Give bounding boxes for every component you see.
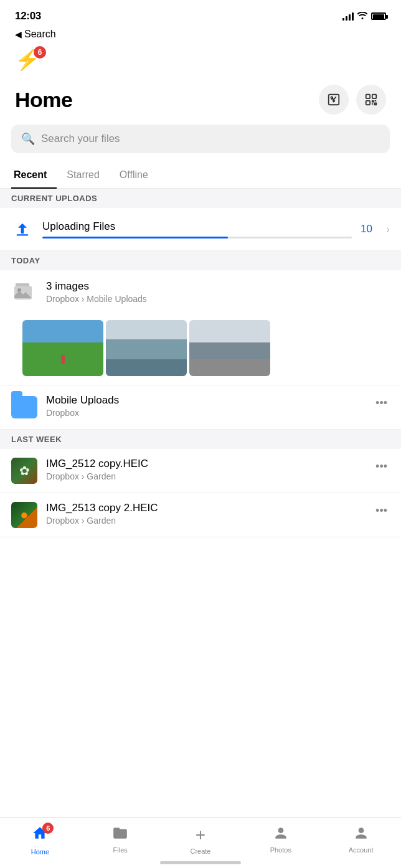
nav-create[interactable]: + Create: [161, 823, 241, 856]
notification-badge: 6: [34, 46, 46, 59]
svg-rect-3: [372, 95, 376, 98]
folder-icon-area: [11, 394, 37, 420]
files-nav-label: Files: [113, 846, 128, 854]
more-options-icon[interactable]: •••: [373, 394, 390, 412]
status-icons: [342, 11, 386, 21]
photos-nav-icon: [273, 825, 289, 844]
search-bar[interactable]: 🔍 Search your files: [11, 125, 390, 153]
file-thumb-area-2: [11, 502, 37, 528]
status-time: 12:03: [15, 10, 41, 22]
lightning-badge[interactable]: ⚡ 6: [15, 50, 40, 70]
upload-icon: [11, 218, 34, 240]
signal-icon: [342, 12, 354, 21]
upload-title: Uploading Files: [42, 220, 352, 233]
folder-path: Dropbox: [46, 408, 364, 418]
svg-point-9: [358, 828, 364, 833]
upload-count: 10: [361, 223, 372, 235]
folder-item-mobile-uploads[interactable]: Mobile Uploads Dropbox •••: [0, 385, 401, 430]
notification-area[interactable]: ⚡ 6: [0, 45, 401, 80]
chevron-right-icon: ›: [386, 223, 390, 236]
thumb-orange-flower: [11, 502, 37, 528]
images-path: Dropbox › Mobile Uploads: [46, 294, 390, 304]
wifi-icon: [357, 11, 367, 21]
section-current-uploads: CURRENT UPLOADS: [0, 189, 401, 208]
home-nav-label: Home: [31, 848, 49, 856]
images-group-item[interactable]: 3 images Dropbox › Mobile Uploads: [0, 270, 401, 385]
section-last-week: LAST WEEK: [0, 430, 401, 449]
svg-rect-4: [366, 101, 370, 105]
file-name-img2512: IMG_2512 copy.HEIC: [46, 458, 364, 470]
thumb-rocks[interactable]: [189, 320, 270, 376]
home-nav-badge: 6: [42, 823, 54, 834]
section-today: TODAY: [0, 251, 401, 270]
file-path-img2512: Dropbox › Garden: [46, 471, 364, 481]
back-nav[interactable]: ◀ Search: [0, 27, 401, 45]
photos-nav-label: Photos: [270, 846, 291, 854]
account-nav-label: Account: [349, 846, 374, 854]
search-input[interactable]: Search your files: [41, 133, 120, 145]
images-icon: [11, 279, 37, 305]
back-label: Search: [24, 29, 56, 40]
folder-icon: [11, 396, 37, 418]
upload-progress-fill: [42, 237, 228, 238]
status-bar: 12:03: [0, 0, 401, 27]
create-nav-icon: +: [196, 825, 205, 845]
upload-photo-button[interactable]: [319, 85, 349, 115]
more-options-icon-2512[interactable]: •••: [373, 458, 390, 476]
file-info-img2513: IMG_2513 copy 2.HEIC Dropbox › Garden: [46, 502, 364, 526]
more-options-icon-2513[interactable]: •••: [373, 502, 390, 520]
folder-info: Mobile Uploads Dropbox: [46, 394, 364, 418]
tabs: Recent Starred Offline: [0, 163, 401, 189]
svg-rect-5: [17, 234, 29, 235]
svg-point-1: [331, 97, 333, 98]
bottom-nav: 6 Home Files + Create Photos: [0, 817, 401, 868]
files-nav-icon: [112, 825, 128, 844]
account-nav-icon: [353, 825, 369, 844]
thumb-meadow[interactable]: [22, 320, 103, 376]
home-indicator: [160, 861, 241, 864]
search-icon: 🔍: [21, 132, 35, 146]
upload-info: Uploading Files: [42, 220, 352, 238]
file-info-img2512: IMG_2512 copy.HEIC Dropbox › Garden: [46, 458, 364, 481]
search-container: 🔍 Search your files: [0, 125, 401, 163]
file-thumb-area-1: [11, 458, 37, 484]
tab-starred[interactable]: Starred: [64, 163, 109, 188]
file-item-img2513[interactable]: IMG_2513 copy 2.HEIC Dropbox › Garden ••…: [0, 493, 401, 537]
header: Home: [0, 80, 401, 125]
nav-files[interactable]: Files: [80, 823, 161, 856]
battery-icon: [371, 12, 386, 20]
scan-button[interactable]: [356, 85, 386, 115]
nav-account[interactable]: Account: [321, 823, 401, 856]
create-nav-label: Create: [190, 847, 210, 855]
tab-offline[interactable]: Offline: [117, 163, 158, 188]
back-arrow-icon: ◀: [15, 29, 22, 39]
header-actions: [319, 85, 386, 115]
svg-point-8: [278, 828, 283, 833]
thumb-flower: [11, 458, 37, 484]
folder-name: Mobile Uploads: [46, 394, 364, 407]
image-thumbnails: [11, 314, 281, 385]
file-item-img2512[interactable]: IMG_2512 copy.HEIC Dropbox › Garden •••: [0, 449, 401, 493]
file-path-img2513: Dropbox › Garden: [46, 516, 364, 526]
images-info: 3 images Dropbox › Mobile Uploads: [46, 280, 390, 304]
upload-progress-bar: [42, 237, 352, 238]
file-name-img2513: IMG_2513 copy 2.HEIC: [46, 502, 364, 514]
nav-photos[interactable]: Photos: [240, 823, 321, 856]
images-count-label: 3 images: [46, 280, 390, 293]
nav-home[interactable]: 6 Home: [0, 823, 80, 856]
page-title: Home: [15, 88, 72, 112]
thumb-ocean[interactable]: [106, 320, 187, 376]
svg-rect-2: [366, 95, 370, 98]
tab-recent[interactable]: Recent: [11, 163, 57, 188]
upload-row[interactable]: Uploading Files 10 ›: [0, 208, 401, 251]
